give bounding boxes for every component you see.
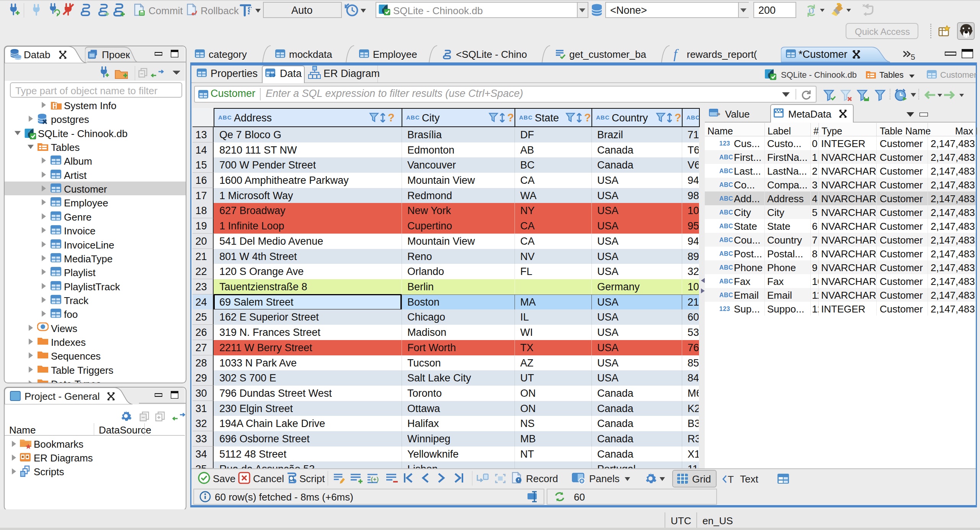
svg-text:f: f <box>673 48 679 61</box>
svg-text:5: 5 <box>911 52 915 61</box>
svg-text:(+): (+) <box>371 476 379 483</box>
svg-text:T: T <box>728 474 734 484</box>
